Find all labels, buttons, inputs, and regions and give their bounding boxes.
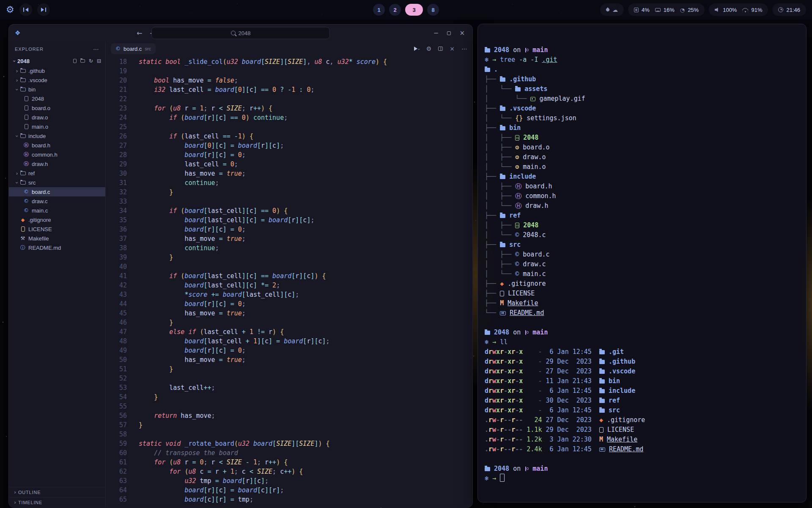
workspace-3[interactable]: 3 (405, 4, 423, 16)
collapse-folders-icon[interactable]: ⊟ (97, 58, 101, 64)
terminal-line: ❄ → (485, 474, 799, 483)
line-number: 45 (106, 309, 127, 318)
code-line: 23 for (u8 r = 1; r < SIZE; r++) { (106, 104, 472, 113)
explorer-item-bin[interactable]: ›bin (9, 85, 105, 94)
new-folder-icon[interactable] (80, 59, 85, 63)
explorer-more-actions-icon[interactable]: ⋯ (93, 46, 99, 52)
workspace-1[interactable]: 1 (373, 4, 385, 16)
code-line: 38 continue; (106, 243, 472, 253)
terminal-line: 2048 on main (485, 464, 799, 474)
terminal-line: drwxr-xr-x - 6 Jan 12:45 include (485, 386, 799, 396)
explorer-item-.github[interactable]: ›.github (9, 66, 105, 75)
refresh-explorer-icon[interactable]: ↻ (89, 58, 93, 64)
chevron-right-icon: › (12, 489, 18, 495)
line-number: 35 (106, 215, 127, 225)
explorer-item-main.c[interactable]: ©main.c (9, 206, 105, 215)
explorer-item-.gitignore[interactable]: ◆.gitignore (9, 215, 105, 224)
explorer-item-label: bin (28, 86, 36, 93)
explorer-item-draw.o[interactable]: draw.o (9, 113, 105, 122)
workspace-2[interactable]: 2 (389, 4, 401, 16)
terminal-line: .rw-r--r-- 24 27 Dec 2023 ◆ .gitignore (485, 415, 799, 425)
explorer-item-common.h[interactable]: Ⓗcommon.h (9, 150, 105, 159)
explorer-item-include[interactable]: ›include (9, 131, 105, 141)
code-line: 44 board[r][c] = 0; (106, 299, 472, 309)
launcher-gear-icon[interactable]: ⚙ (6, 5, 14, 14)
explorer-root-folder[interactable]: › 2048 ↻ ⊟ (9, 56, 105, 66)
explorer-item-label: Makefile (28, 235, 49, 242)
folder-icon (500, 243, 505, 247)
new-file-icon[interactable] (73, 59, 77, 63)
code-line: 25 (106, 122, 472, 132)
folder-icon (20, 134, 26, 138)
file-icon (500, 291, 504, 296)
folder-icon (20, 171, 26, 175)
terminal-line: drwxr-xr-x - 11 Jan 21:43 bin (485, 376, 799, 386)
maximize-button[interactable] (447, 31, 451, 35)
branch-icon (524, 47, 529, 53)
code-line: 24 if (board[r][c] == 0) continue; (106, 113, 472, 122)
terminal-cursor (500, 474, 505, 482)
explorer-item-.vscode[interactable]: ›.vscode (9, 75, 105, 85)
folder-icon (500, 126, 505, 130)
explorer-item-main.o[interactable]: main.o (9, 122, 105, 131)
workspace-8[interactable]: 8 (427, 4, 439, 16)
outline-panel-header[interactable]: › OUTLINE (9, 487, 105, 497)
close-window-button[interactable]: × (459, 29, 465, 37)
code-editor-area[interactable]: 18static bool _slide_col(u32 board[SIZE]… (106, 56, 472, 507)
explorer-item-board.h[interactable]: Ⓗboard.h (9, 141, 105, 150)
chevron-right-icon: › (12, 499, 18, 505)
explorer-item-2048[interactable]: 2048 (9, 94, 105, 103)
chevron-right-icon: › (14, 68, 20, 74)
explorer-sidebar: EXPLORER ⋯ › 2048 ↻ ⊟ ›.github›.vscode›b… (9, 41, 106, 507)
timeline-panel-header[interactable]: › TIMELINE (9, 497, 105, 507)
settings-gear-icon[interactable]: ⚙ (426, 46, 432, 52)
line-number: 49 (106, 346, 127, 355)
code-line: 26 if (last_cell == -1) { (106, 132, 472, 141)
terminal-output[interactable]: 2048 on main❄ → tree -a -I .git .├── .gi… (478, 24, 806, 490)
explorer-item-label: include (28, 133, 46, 139)
code-editor-window: ❖ ← → 2048 − × EXPLORER ⋯ › 2048 (8, 24, 473, 508)
editor-titlebar[interactable]: ❖ ← → 2048 − × (9, 25, 472, 41)
explorer-item-board.o[interactable]: board.o (9, 103, 105, 113)
run-dropdown-chevron-icon: › (416, 49, 421, 50)
weather-widget[interactable]: ☁ (600, 3, 624, 16)
explorer-item-LICENSE[interactable]: LICENSE (9, 224, 105, 234)
terminal-line: │ └── © 2048.c (485, 230, 799, 240)
minimize-button[interactable]: − (433, 29, 439, 37)
explorer-item-draw.c[interactable]: ©draw.c (9, 196, 105, 206)
editor-more-actions-icon[interactable]: ⋯ (461, 46, 467, 52)
skip-previous-icon (23, 8, 28, 12)
navigate-back-button[interactable]: ← (137, 29, 142, 37)
explorer-item-label: README.md (28, 245, 61, 251)
code-line: 50 has_move = true; (106, 355, 472, 364)
explorer-item-src[interactable]: ›src (9, 178, 105, 187)
explorer-item-board.c[interactable]: ©board.c (9, 187, 105, 196)
line-number: 65 (106, 495, 127, 504)
wifi-strength: 91% (751, 7, 762, 13)
explorer-item-README.md[interactable]: ⓘREADME.md (9, 243, 105, 252)
system-stats-widget[interactable]: 4% 16% ◔ 25% (628, 3, 705, 16)
md-icon (500, 311, 506, 315)
explorer-item-Makefile[interactable]: ⚒Makefile (9, 234, 105, 243)
run-file-button[interactable]: › (414, 45, 420, 52)
close-tab-icon[interactable]: × (450, 46, 455, 52)
explorer-item-draw.h[interactable]: Ⓗdraw.h (9, 159, 105, 168)
line-number: 40 (106, 262, 127, 271)
media-next-button[interactable] (37, 3, 50, 16)
command-search-input[interactable]: 2048 (151, 27, 330, 39)
audio-network-widget[interactable]: 100% 91% (709, 3, 768, 16)
clock-widget[interactable]: 21:46 (772, 3, 806, 16)
tab-board-c[interactable]: © board.c src (111, 43, 156, 54)
line-number: 50 (106, 355, 127, 364)
media-previous-button[interactable] (19, 3, 32, 16)
split-editor-icon[interactable] (438, 47, 443, 51)
code-line: 54 } (106, 392, 472, 402)
line-number: 30 (106, 169, 127, 178)
filebin-icon (515, 135, 519, 141)
chevron-down-icon: › (11, 58, 18, 64)
terminal-line: │ ├── © draw.c (485, 260, 799, 269)
search-value: 2048 (239, 30, 251, 36)
explorer-item-ref[interactable]: ›ref (9, 168, 105, 178)
code-line: 45 has_move = true; (106, 309, 472, 318)
humidity-drop-icon (605, 7, 610, 12)
